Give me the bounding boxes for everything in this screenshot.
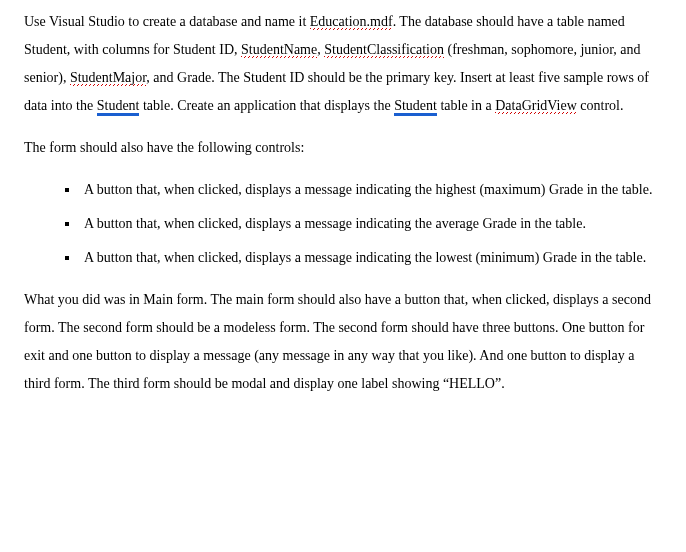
spellcheck-word: StudentClassification xyxy=(324,42,444,58)
paragraph-1: Use Visual Studio to create a database a… xyxy=(24,8,662,120)
spellcheck-word: StudentMajor xyxy=(70,70,146,86)
list-item: A button that, when clicked, displays a … xyxy=(80,176,662,204)
text: Use Visual Studio to create a database a… xyxy=(24,14,310,29)
text: control. xyxy=(577,98,624,113)
text: table in a xyxy=(437,98,495,113)
paragraph-2: The form should also have the following … xyxy=(24,134,662,162)
text: A button that, when clicked, displays a … xyxy=(84,216,586,231)
spellcheck-word: StudentName xyxy=(241,42,317,58)
document-body: Use Visual Studio to create a database a… xyxy=(0,0,686,428)
bullet-list: A button that, when clicked, displays a … xyxy=(24,176,662,272)
text: table. Create an application that displa… xyxy=(139,98,394,113)
spellcheck-word: DataGridView xyxy=(495,98,577,114)
paragraph-3: What you did was in Main form. The main … xyxy=(24,286,662,398)
list-item: A button that, when clicked, displays a … xyxy=(80,244,662,272)
spellcheck-word: Education.mdf xyxy=(310,14,393,30)
grammar-word: Student xyxy=(97,98,140,114)
grammar-word: Student xyxy=(394,98,437,114)
text: A button that, when clicked, displays a … xyxy=(84,182,652,197)
text: A button that, when clicked, displays a … xyxy=(84,250,646,265)
text: The form should also have the following … xyxy=(24,140,304,155)
list-item: A button that, when clicked, displays a … xyxy=(80,210,662,238)
text: What you did was in Main form. The main … xyxy=(24,292,651,391)
